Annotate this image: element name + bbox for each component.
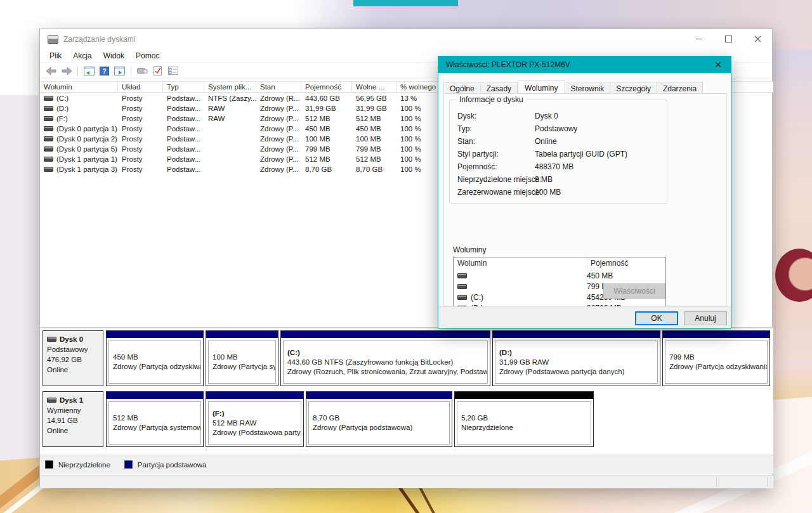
volume-layout: Prosty <box>118 155 163 163</box>
col-pojemnosc[interactable]: Pojemność <box>301 82 352 92</box>
console-play-icon[interactable] <box>114 65 126 76</box>
volume-status: Zdrowy (P... <box>256 145 301 153</box>
disk-0-label[interactable]: Dysk 0 Podstawowy 476,92 GB Online <box>43 330 103 386</box>
partition[interactable]: 512 MBZdrowy (Partycja systemowa <box>106 391 204 447</box>
forward-icon[interactable] <box>60 65 72 76</box>
partition-color-band <box>107 392 203 399</box>
drive-icon <box>44 136 53 141</box>
info-label: Pojemność: <box>457 162 497 171</box>
maximize-icon <box>725 36 732 42</box>
drive-icon <box>457 284 467 289</box>
checkmark-icon[interactable] <box>152 65 164 76</box>
volume-name: (Dysk 0 partycja 2) <box>56 135 117 143</box>
list-volume-name: (C:) <box>471 293 483 302</box>
info-label: Zarezerwowane miejsce: <box>457 188 542 197</box>
partition[interactable]: 799 MBZdrowy (Partycja odzyskiwania) <box>662 330 770 386</box>
toolbar-separator <box>131 66 131 76</box>
col-typ[interactable]: Typ <box>163 82 204 92</box>
volume-status: Zdrowy (R... <box>256 94 301 102</box>
help-icon[interactable]: ? <box>98 65 110 76</box>
disk-1-row: Dysk 1 Wymienny 14,91 GB Online 512 MBZd… <box>43 391 771 448</box>
partition-letter: (D:) <box>499 348 653 358</box>
volume-free-pct: 100 % <box>396 145 440 153</box>
title-bar[interactable]: Zarządzanie dyskami <box>40 29 772 49</box>
volume-free: 100 MB <box>352 135 396 143</box>
volume-type: Podstaw... <box>163 94 204 102</box>
disk-icon <box>47 398 56 403</box>
list-item[interactable]: 450 MB <box>454 270 665 281</box>
popup-icon[interactable] <box>136 65 148 76</box>
close-button[interactable] <box>743 29 772 49</box>
volume-fs: NTFS (Zaszy... <box>204 94 256 102</box>
dialog-title: Właściwości: PLEXTOR PX-512M6V <box>446 60 570 69</box>
partition-state: Nieprzydzielone <box>461 423 587 432</box>
volume-fs: RAW <box>204 115 256 122</box>
col-stan[interactable]: Stan <box>256 82 301 92</box>
menu-plik[interactable]: Plik <box>44 50 67 62</box>
volume-free-pct: 100 % <box>396 105 440 112</box>
partition-size: 5,20 GB <box>461 413 587 423</box>
tab-page-woluminy: Informacje o dysku Dysk: Dysk 0 Typ: Pod… <box>443 93 727 306</box>
partition[interactable]: (F:)512 MB RAWZdrowy (Podstawowa partycj <box>206 391 304 447</box>
volume-free-pct: 100 % <box>396 166 440 173</box>
partition-color-band <box>306 392 452 399</box>
partition[interactable]: 100 MBZdrowy (Partycja sys <box>206 330 278 386</box>
partition[interactable]: 450 MBZdrowy (Partycja odzyskiwar <box>106 330 204 386</box>
col-uklad[interactable]: Układ <box>118 82 163 92</box>
volume-free-pct: 13 % <box>396 94 440 102</box>
partition-size: 100 MB <box>213 353 272 362</box>
partition[interactable]: (D:)31,99 GB RAWZdrowy (Podstawowa party… <box>492 330 660 386</box>
disk-size: 476,92 GB <box>47 354 100 365</box>
console-window-icon[interactable] <box>83 65 95 76</box>
legend-swatch-unallocated <box>45 460 53 469</box>
volume-free: 799 MB <box>352 145 396 153</box>
partition-color-band <box>663 331 769 338</box>
dialog-title-bar[interactable]: Właściwości: PLEXTOR PX-512M6V ✕ <box>438 56 731 73</box>
cancel-button[interactable]: Anuluj <box>684 311 727 325</box>
info-label: Dysk: <box>457 112 476 120</box>
partition[interactable]: 8,70 GBZdrowy (Partycja podstawowa) <box>306 391 452 447</box>
volume-name: (Dysk 0 partycja 1) <box>56 125 117 133</box>
volume-type: Podstaw... <box>163 135 204 143</box>
volume-type: Podstaw... <box>163 115 204 122</box>
disk-1-label[interactable]: Dysk 1 Wymienny 14,91 GB Online <box>43 391 103 447</box>
menu-akcja[interactable]: Akcja <box>67 50 97 62</box>
properties-button[interactable]: Właściwości <box>603 283 665 299</box>
info-value: 8 MB <box>535 175 553 184</box>
list-col-pojemnosc[interactable]: Pojemność <box>591 259 628 268</box>
partition-size: 8,70 GB <box>313 413 445 423</box>
legend-bar: Nieprzydzielone Partycja podstawowa <box>40 455 773 474</box>
maximize-button[interactable] <box>714 29 743 49</box>
disk-kind: Podstawowy <box>47 344 100 354</box>
menu-widok[interactable]: Widok <box>98 50 130 62</box>
col-wolumin[interactable]: Wolumin <box>40 82 118 92</box>
partition-size: 31,99 GB RAW <box>499 358 653 367</box>
volume-name: (D:) <box>56 105 69 112</box>
volume-layout: Prosty <box>118 94 163 102</box>
list-col-wolumin[interactable]: Wolumin <box>457 259 487 268</box>
legend-label: Nieprzydzielone <box>58 461 110 469</box>
minimize-button[interactable] <box>684 29 714 49</box>
disk-graphic-pane: Dysk 0 Podstawowy 476,92 GB Online 450 M… <box>40 329 773 455</box>
back-icon[interactable] <box>45 65 57 76</box>
dialog-close-button[interactable]: ✕ <box>705 56 731 73</box>
partition-unallocated[interactable]: 5,20 GBNieprzydzielone <box>454 391 594 447</box>
ok-button[interactable]: OK <box>635 311 678 325</box>
info-value: Podstawowy <box>535 124 577 133</box>
disk-name: Dysk 1 <box>60 395 83 405</box>
info-label: Styl partycji: <box>457 150 499 159</box>
properties-list-icon[interactable] <box>167 65 179 76</box>
volume-type: Podstaw... <box>163 105 204 112</box>
menu-pomoc[interactable]: Pomoc <box>130 50 165 62</box>
partition-size: 450 MB <box>113 353 197 362</box>
col-wolne[interactable]: Wolne ... <box>352 82 396 92</box>
partition[interactable]: (C:)443,60 GB NTFS (Zaszyfrowano funkcją… <box>280 330 490 386</box>
col-system-plikow[interactable]: System plik... <box>204 82 256 92</box>
volume-name: (Dysk 1 partycja 1) <box>56 155 117 163</box>
volume-free: 512 MB <box>352 115 396 122</box>
volume-type: Podstaw... <box>163 145 204 153</box>
partition-color-band <box>493 331 660 338</box>
disk-0-row: Dysk 0 Podstawowy 476,92 GB Online 450 M… <box>43 330 771 387</box>
col-procent-wolnego[interactable]: % wolnego <box>396 82 440 92</box>
partition-state: Zdrowy (Partycja odzyskiwania) <box>669 362 763 372</box>
